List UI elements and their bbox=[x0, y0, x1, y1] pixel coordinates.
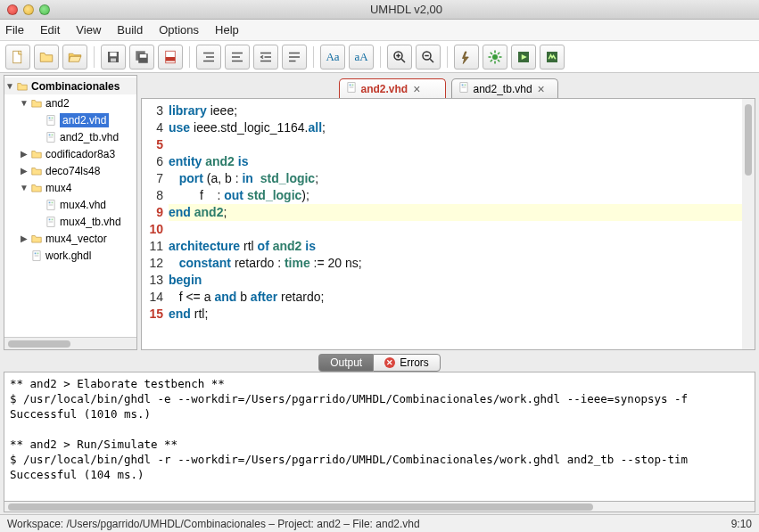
disclosure-icon[interactable]: ▶ bbox=[19, 149, 29, 159]
editor-tabs: and2.vhd×and2_tb.vhd× bbox=[141, 75, 755, 98]
tree-label: codificador8a3 bbox=[45, 148, 115, 160]
editor-tab[interactable]: and2.vhd× bbox=[339, 78, 446, 98]
open-icon[interactable] bbox=[62, 45, 87, 70]
menu-file[interactable]: File bbox=[5, 23, 24, 37]
svg-rect-58 bbox=[35, 255, 39, 256]
code-line[interactable]: f <= a and b after retardo; bbox=[169, 289, 742, 306]
tree-file[interactable]: mux4_tb.vhd bbox=[4, 213, 136, 230]
tree-label: mux4_tb.vhd bbox=[60, 216, 121, 228]
line-number: 13 bbox=[142, 272, 163, 289]
tab-errors[interactable]: ✕Errors bbox=[373, 354, 441, 372]
svg-rect-61 bbox=[351, 85, 353, 86]
file-icon bbox=[345, 81, 358, 96]
tree-file[interactable]: and2_tb.vhd bbox=[4, 128, 136, 145]
code-line[interactable]: constant retardo : time := 20 ns; bbox=[169, 255, 742, 272]
disclosure-icon[interactable]: ▼ bbox=[19, 98, 29, 108]
code-line[interactable]: port (a, b : in std_logic; bbox=[169, 170, 742, 187]
svg-rect-66 bbox=[461, 86, 466, 87]
editor-tab[interactable]: and2_tb.vhd× bbox=[451, 78, 558, 98]
file-icon bbox=[44, 113, 58, 127]
code-line[interactable]: use ieee.std_logic_1164.all; bbox=[169, 119, 742, 136]
titlebar: UMHDL v2,00 bbox=[0, 0, 759, 20]
tree-label: and2.vhd bbox=[60, 113, 109, 127]
save-icon[interactable] bbox=[101, 45, 126, 70]
new-file-icon[interactable] bbox=[5, 45, 30, 70]
code-line[interactable]: architecture rtl of and2 is bbox=[169, 238, 742, 255]
maximize-icon[interactable] bbox=[39, 4, 50, 15]
svg-rect-50 bbox=[49, 204, 54, 205]
tree-file[interactable]: mux4.vhd bbox=[4, 196, 136, 213]
tree-root[interactable]: ▼Combinacionales bbox=[4, 78, 136, 94]
minimize-icon[interactable] bbox=[23, 4, 34, 15]
window-controls bbox=[7, 4, 50, 15]
folder-icon bbox=[29, 181, 44, 195]
code-line[interactable]: f : out std_logic); bbox=[169, 187, 742, 204]
close-icon[interactable] bbox=[7, 4, 18, 15]
svg-rect-41 bbox=[52, 117, 54, 119]
new-folder-icon[interactable] bbox=[34, 45, 59, 70]
tree-file[interactable]: work.ghdl bbox=[4, 247, 136, 264]
indent-right-icon[interactable] bbox=[225, 45, 250, 70]
disclosure-icon[interactable]: ▼ bbox=[19, 183, 29, 192]
svg-rect-6 bbox=[140, 54, 147, 58]
tree-label: work.ghdl bbox=[45, 250, 91, 262]
align-icon[interactable] bbox=[282, 45, 307, 70]
unindent-icon[interactable] bbox=[253, 45, 278, 70]
tree-folder[interactable]: ▶mux4_vector bbox=[4, 230, 136, 247]
menu-build[interactable]: Build bbox=[117, 23, 143, 37]
code-line[interactable] bbox=[169, 136, 742, 153]
tree-label: and2_tb.vhd bbox=[60, 131, 119, 143]
menubar: File Edit View Build Options Help bbox=[0, 20, 759, 41]
tree-label: mux4.vhd bbox=[60, 199, 106, 211]
sidebar-scrollbar[interactable] bbox=[4, 337, 136, 349]
code-line[interactable] bbox=[169, 221, 742, 238]
code-line[interactable]: entity and2 is bbox=[169, 153, 742, 170]
svg-line-26 bbox=[430, 59, 433, 62]
tree-folder[interactable]: ▼and2 bbox=[4, 94, 136, 111]
menu-help[interactable]: Help bbox=[215, 23, 239, 37]
tree-folder[interactable]: ▼mux4 bbox=[4, 179, 136, 196]
close-tab-icon[interactable]: × bbox=[538, 82, 545, 96]
indent-left-icon[interactable] bbox=[196, 45, 221, 70]
svg-rect-52 bbox=[49, 218, 51, 220]
code-line[interactable]: end and2; bbox=[169, 204, 742, 221]
disclosure-icon[interactable]: ▶ bbox=[19, 166, 29, 176]
tree-folder[interactable]: ▶deco74ls48 bbox=[4, 162, 136, 179]
editor-scrollbar[interactable] bbox=[742, 99, 755, 349]
svg-line-22 bbox=[401, 59, 405, 62]
settings-icon[interactable] bbox=[483, 45, 507, 70]
code-area[interactable]: library ieee;use ieee.std_logic_1164.all… bbox=[167, 99, 742, 349]
close-tab-icon[interactable]: × bbox=[413, 82, 420, 96]
output-console[interactable]: ** and2 > Elaborate testbench ** $ /usr/… bbox=[4, 372, 755, 502]
project-tree[interactable]: ▼Combinacionales▼and2and2.vhdand2_tb.vhd… bbox=[4, 76, 136, 337]
disclosure-icon[interactable]: ▼ bbox=[4, 81, 15, 91]
svg-rect-40 bbox=[49, 117, 51, 119]
folder-icon bbox=[29, 232, 44, 246]
save-all-icon[interactable] bbox=[129, 45, 154, 70]
zoom-in-icon[interactable] bbox=[387, 45, 412, 70]
font-larger-icon[interactable]: aA bbox=[349, 45, 374, 70]
tree-file[interactable]: and2.vhd bbox=[4, 111, 136, 128]
output-scrollbar[interactable] bbox=[4, 502, 755, 512]
file-icon bbox=[44, 215, 58, 229]
disclosure-icon[interactable]: ▶ bbox=[19, 233, 29, 243]
build-icon[interactable] bbox=[454, 45, 479, 70]
code-line[interactable]: begin bbox=[169, 272, 742, 289]
code-line[interactable]: end rtl; bbox=[169, 306, 742, 323]
tab-output[interactable]: Output bbox=[318, 354, 373, 372]
folder-icon bbox=[29, 96, 44, 110]
menu-view[interactable]: View bbox=[76, 23, 101, 37]
code-editor[interactable]: 3456789101112131415 library ieee;use iee… bbox=[141, 98, 755, 350]
svg-rect-53 bbox=[52, 218, 54, 220]
menu-options[interactable]: Options bbox=[159, 23, 199, 37]
tree-folder[interactable]: ▶codificador8a3 bbox=[4, 145, 136, 162]
font-smaller-icon[interactable]: Aa bbox=[320, 45, 345, 70]
zoom-out-icon[interactable] bbox=[416, 45, 441, 70]
pdf-icon[interactable] bbox=[158, 45, 183, 70]
line-number: 9 bbox=[142, 204, 163, 221]
sim-icon[interactable] bbox=[540, 45, 565, 70]
menu-edit[interactable]: Edit bbox=[40, 23, 60, 37]
svg-rect-46 bbox=[49, 136, 54, 137]
run-icon[interactable] bbox=[511, 45, 536, 70]
code-line[interactable]: library ieee; bbox=[169, 102, 742, 119]
